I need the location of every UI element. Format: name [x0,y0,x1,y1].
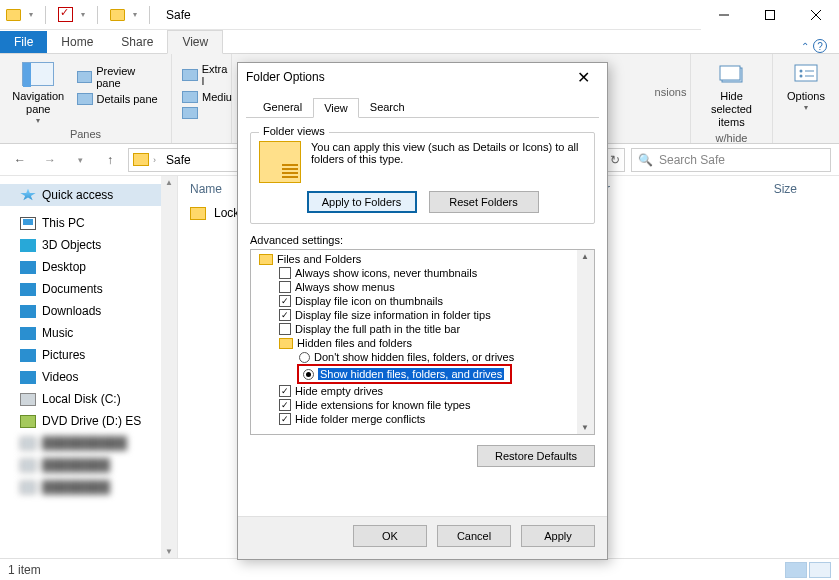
tree-item[interactable]: Hidden files and folders [251,336,577,350]
group-label: Panes [8,126,163,142]
tree-item[interactable]: Display the full path in the title bar [251,322,577,336]
view-details-button[interactable] [785,562,807,578]
navpane-scrollbar[interactable] [161,176,177,558]
group-title: Folder views [259,125,329,137]
layout-medium[interactable]: Mediu [180,90,234,104]
tree-item[interactable]: ✓Hide empty drives [251,384,577,398]
up-button[interactable]: ↑ [98,148,122,172]
checkbox-icon[interactable]: ✓ [279,385,291,397]
navpane-videos[interactable]: Videos [0,366,177,388]
layout-list[interactable] [180,106,234,120]
refresh-icon[interactable]: ↻ [610,153,620,167]
tab-view[interactable]: View [167,30,223,54]
chevron-up-icon: ⌃ [801,41,809,52]
checkbox-icon[interactable] [279,281,291,293]
navigation-pane[interactable]: Quick access This PC 3D Objects Desktop … [0,176,178,558]
apply-to-folders-button[interactable]: Apply to Folders [307,191,417,213]
tree-item[interactable]: Always show menus [251,280,577,294]
tree-item[interactable]: Show hidden files, folders, and drives [301,367,508,381]
dialog-tabs: General View Search [246,91,599,118]
pictures-icon [20,349,36,362]
navpane-quick-access[interactable]: Quick access [0,184,177,206]
tab-home[interactable]: Home [47,31,107,53]
checkbox-icon[interactable]: ✓ [279,295,291,307]
hide-selected-button[interactable]: Hide selected items [701,58,763,130]
view-thumbnails-button[interactable] [809,562,831,578]
tree-item[interactable]: ✓Hide extensions for known file types [251,398,577,412]
search-input[interactable]: 🔍 Search Safe [631,148,831,172]
navigation-pane-icon [22,62,54,86]
navpane-dvd-drive[interactable]: DVD Drive (D:) ES [0,410,177,432]
desktop-icon [20,261,36,274]
folder-options-dialog: Folder Options ✕ General View Search Fol… [237,62,608,560]
cancel-button[interactable]: Cancel [437,525,511,547]
forward-button[interactable]: → [38,148,62,172]
tree-item[interactable]: ✓Hide folder merge conflicts [251,412,577,426]
navpane-item-blurred[interactable]: ████████ [0,476,177,498]
layout-extra-large[interactable]: Extra l [180,62,234,88]
ok-button[interactable]: OK [353,525,427,547]
back-button[interactable]: ← [8,148,32,172]
navpane-item-blurred[interactable]: ██████████ [0,432,177,454]
navpane-downloads[interactable]: Downloads [0,300,177,322]
dialog-titlebar[interactable]: Folder Options ✕ [238,63,607,91]
navpane-3d-objects[interactable]: 3D Objects [0,234,177,256]
navigation-pane-button[interactable]: Navigation pane ▾ [8,58,69,126]
navpane-local-disk[interactable]: Local Disk (C:) [0,388,177,410]
chevron-down-icon[interactable]: ▾ [29,10,33,19]
details-pane-button[interactable]: Details pane [75,92,163,106]
col-size[interactable]: Size [630,182,827,196]
tree-item[interactable]: Don't show hidden files, folders, or dri… [251,350,577,364]
dvd-icon [20,415,36,428]
tab-file[interactable]: File [0,31,47,53]
tab-general[interactable]: General [252,97,313,117]
tab-search[interactable]: Search [359,97,416,117]
maximize-button[interactable] [747,0,793,30]
tree-item[interactable]: ✓Display file size information in folder… [251,308,577,322]
ribbon-collapse[interactable]: ⌃ ? [789,39,839,53]
dialog-close-button[interactable]: ✕ [567,68,599,87]
preview-pane-button[interactable]: Preview pane [75,64,163,90]
tree-root[interactable]: Files and Folders [251,252,577,266]
folder-icon [190,207,206,220]
help-icon[interactable]: ? [813,39,827,53]
minimize-button[interactable] [701,0,747,30]
navpane-this-pc[interactable]: This PC [0,212,177,234]
navpane-desktop[interactable]: Desktop [0,256,177,278]
checkbox-icon[interactable]: ✓ [279,413,291,425]
tree-scrollbar[interactable] [577,250,594,434]
chevron-right-icon[interactable]: › [153,155,156,165]
tree-item[interactable]: Always show icons, never thumbnails [251,266,577,280]
documents-icon [20,283,36,296]
recent-button[interactable]: ▾ [68,148,92,172]
apply-button[interactable]: Apply [521,525,595,547]
navpane-music[interactable]: Music [0,322,177,344]
checkbox-icon[interactable]: ✓ [279,399,291,411]
dialog-title: Folder Options [246,70,325,84]
advanced-settings-label: Advanced settings: [250,234,595,246]
svg-rect-5 [720,66,740,80]
restore-defaults-button[interactable]: Restore Defaults [477,445,595,467]
advanced-settings-tree[interactable]: Files and FoldersAlways show icons, neve… [250,249,595,435]
tab-view[interactable]: View [313,98,359,118]
radio-icon[interactable] [299,352,310,363]
close-button[interactable] [793,0,839,30]
checkbox-icon[interactable] [279,323,291,335]
chevron-down-icon[interactable]: ▾ [81,10,85,19]
navpane-pictures[interactable]: Pictures [0,344,177,366]
breadcrumb[interactable]: Safe [160,153,197,167]
options-button[interactable]: Options ▾ [781,58,831,113]
checkbox-icon[interactable] [279,267,291,279]
search-icon: 🔍 [638,153,653,167]
tab-share[interactable]: Share [107,31,167,53]
properties-icon[interactable] [58,7,73,22]
qat-menu-icon[interactable]: ▾ [133,10,137,19]
tree-item[interactable]: ✓Display file icon on thumbnails [251,294,577,308]
radio-icon[interactable] [303,369,314,380]
folder-icon [259,254,273,265]
navpane-documents[interactable]: Documents [0,278,177,300]
navpane-item-blurred[interactable]: ████████ [0,454,177,476]
checkbox-icon[interactable]: ✓ [279,309,291,321]
svg-point-9 [800,75,803,78]
reset-folders-button[interactable]: Reset Folders [429,191,539,213]
